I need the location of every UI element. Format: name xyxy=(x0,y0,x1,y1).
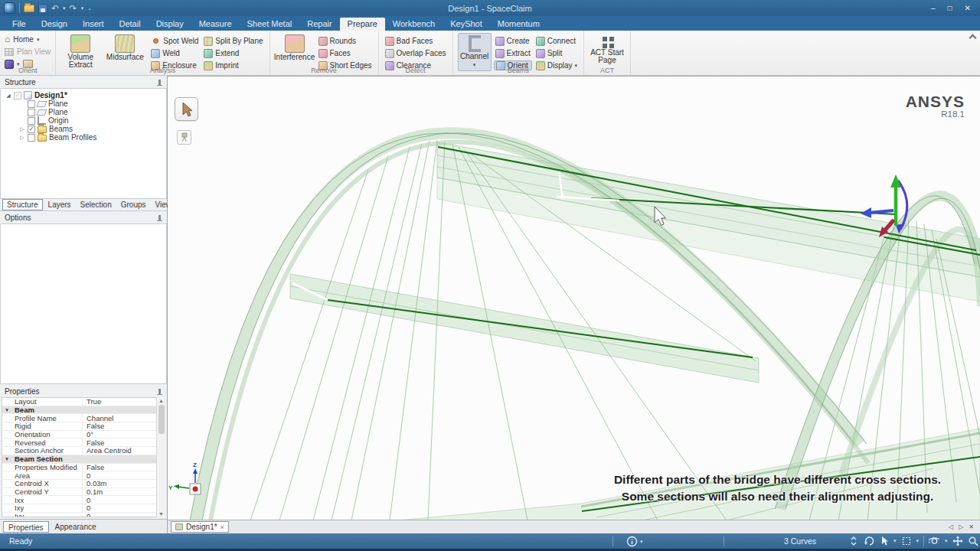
close-button[interactable]: ✕ xyxy=(965,4,971,12)
redo-icon[interactable]: ↷ xyxy=(70,4,77,13)
property-value[interactable]: 0.03m xyxy=(82,479,165,487)
undo-select-icon[interactable] xyxy=(864,536,875,546)
visibility-checkbox[interactable] xyxy=(28,109,35,116)
property-value[interactable]: 0 xyxy=(82,496,165,504)
tree-item[interactable]: ▷ ✓ Beams xyxy=(1,125,166,133)
property-value[interactable]: 0 xyxy=(82,512,165,517)
scroll-up-icon[interactable]: ▲ xyxy=(157,398,165,403)
secondary-tool-button[interactable] xyxy=(177,130,191,145)
tab-scroll-prev-icon[interactable]: ◁ xyxy=(949,523,953,530)
pin-icon[interactable] xyxy=(158,389,161,394)
faces-button[interactable]: Faces xyxy=(317,48,374,58)
properties-scrollbar[interactable]: ▲ ▼ xyxy=(156,397,165,517)
home-button[interactable]: ⌂Home▾ xyxy=(5,34,51,44)
undo-icon[interactable]: ↶ xyxy=(51,4,59,13)
tree-item[interactable]: Plane xyxy=(1,99,166,108)
visibility-checkbox[interactable] xyxy=(28,117,35,125)
property-value[interactable]: 0° xyxy=(82,430,165,439)
beam-connect-button[interactable]: Connect xyxy=(534,36,579,46)
document-tab-design1[interactable]: Design1* × xyxy=(171,521,229,533)
pin-icon[interactable] xyxy=(158,80,161,85)
menu-tab[interactable]: Measure xyxy=(191,18,240,31)
save-icon[interactable] xyxy=(38,4,47,13)
box-select-icon[interactable] xyxy=(901,536,912,546)
act-start-page-button[interactable]: ACT Start Page xyxy=(589,33,626,66)
property-value[interactable]: Channel xyxy=(82,414,165,422)
select-dropdown-icon[interactable]: ▾ xyxy=(893,538,897,544)
orbit-dropdown-icon[interactable]: ▾ xyxy=(945,538,948,544)
menu-tab[interactable]: Detail xyxy=(112,18,149,31)
menu-tab[interactable]: Insert xyxy=(75,18,112,31)
box-select-dropdown-icon[interactable]: ▾ xyxy=(916,538,920,544)
tab-list-close-icon[interactable]: ✕ xyxy=(969,523,974,530)
select-tool-button[interactable] xyxy=(175,97,198,121)
display-options-button[interactable]: ▾ xyxy=(626,536,643,547)
qat-overflow-icon[interactable]: ⌄ xyxy=(87,5,92,11)
overlap-faces-button[interactable]: Overlap Faces xyxy=(384,48,448,58)
property-row[interactable]: Iyy 0 xyxy=(2,513,165,517)
info-dropdown-icon[interactable]: ▾ xyxy=(640,539,643,545)
extend-button[interactable]: Extend xyxy=(202,48,264,58)
property-value[interactable]: 0 xyxy=(82,471,165,480)
channel-button[interactable]: Channel▾ xyxy=(458,33,492,71)
menu-tab[interactable]: Design xyxy=(34,18,75,31)
bottom-tab[interactable]: Appearance xyxy=(51,521,101,533)
bad-faces-button[interactable]: Bad Faces xyxy=(384,36,448,46)
tree-item[interactable]: Origin xyxy=(1,116,166,125)
panel-tab[interactable]: Structure xyxy=(2,199,43,210)
beam-create-button[interactable]: Create xyxy=(494,36,532,46)
interference-button[interactable]: Interference xyxy=(275,33,315,63)
zoom-icon[interactable] xyxy=(968,536,978,546)
property-value[interactable]: False xyxy=(82,463,165,471)
panel-tab[interactable]: Layers xyxy=(44,200,75,210)
property-value[interactable]: 0 xyxy=(82,504,165,512)
beam-extract-button[interactable]: Extract xyxy=(494,48,532,58)
visibility-checkbox[interactable] xyxy=(28,134,35,142)
midsurface-button[interactable]: Midsurface xyxy=(103,33,147,63)
tree-item[interactable]: ◢ ✓ Design1* xyxy=(1,91,166,99)
pin-icon[interactable] xyxy=(158,215,161,220)
volume-extract-button[interactable]: Volume Extract xyxy=(60,33,100,70)
menu-tab[interactable]: Sheet Metal xyxy=(240,18,300,31)
scroll-thumb[interactable] xyxy=(158,405,165,434)
tree-twisty-icon[interactable]: ▷ xyxy=(19,135,25,141)
maximize-button[interactable]: □ xyxy=(948,4,952,12)
visibility-checkbox[interactable]: ✓ xyxy=(28,126,35,133)
scroll-down-icon[interactable]: ▼ xyxy=(157,511,165,517)
minimize-button[interactable]: – xyxy=(931,4,936,12)
menu-tab[interactable]: Prepare xyxy=(340,18,385,31)
menu-tab[interactable]: KeyShot xyxy=(443,18,490,31)
property-value[interactable]: 0.1m xyxy=(82,487,165,496)
property-value[interactable]: True xyxy=(82,397,165,406)
orbit-icon[interactable] xyxy=(929,536,940,546)
home-dropdown-icon[interactable]: ▾ xyxy=(37,37,40,43)
property-value[interactable]: False xyxy=(82,422,165,430)
tree-item[interactable]: Plane xyxy=(1,108,166,116)
spin-arrows-icon[interactable] xyxy=(848,536,859,546)
rounds-button[interactable]: Rounds xyxy=(317,36,374,46)
tree-item[interactable]: ▷ Beam Profiles xyxy=(1,133,166,142)
menu-tab[interactable]: Repair xyxy=(299,18,339,31)
tree-twisty-icon[interactable]: ◢ xyxy=(5,93,11,99)
beam-split-button[interactable]: Split xyxy=(534,48,579,58)
spot-weld-button[interactable]: Spot Weld xyxy=(149,36,200,46)
visibility-checkbox[interactable]: ✓ xyxy=(14,92,21,99)
property-value[interactable]: Area Centroid xyxy=(82,446,165,455)
property-value[interactable]: False xyxy=(82,439,165,447)
model-viewport[interactable]: Z Y ANSYS R18.1 Different parts of the b… xyxy=(168,76,980,520)
pan-icon[interactable] xyxy=(952,536,963,546)
tab-scroll-next-icon[interactable]: ▷ xyxy=(959,523,963,530)
weld-button[interactable]: Weld xyxy=(149,48,200,58)
document-tab-close-icon[interactable]: × xyxy=(220,523,224,531)
undo-dropdown-icon[interactable]: ▾ xyxy=(63,5,66,11)
split-by-plane-button[interactable]: Split By Plane xyxy=(202,36,264,46)
plan-view-button[interactable]: Plan View xyxy=(5,47,51,57)
visibility-checkbox[interactable] xyxy=(28,100,35,108)
menu-tab[interactable]: Display xyxy=(149,18,191,31)
panel-tab[interactable]: Selection xyxy=(77,200,116,210)
menu-tab[interactable]: File xyxy=(5,18,34,31)
menu-tab[interactable]: Momentum xyxy=(490,18,547,31)
panel-tab[interactable]: Groups xyxy=(117,200,150,210)
select-pointer-icon[interactable] xyxy=(880,536,889,546)
bottom-tab[interactable]: Properties xyxy=(3,521,49,533)
